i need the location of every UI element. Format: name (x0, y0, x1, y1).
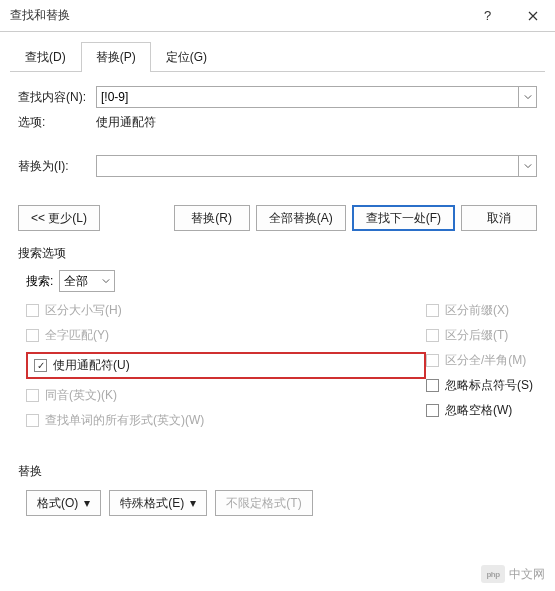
caret-down-icon: ▾ (190, 496, 196, 510)
find-input[interactable]: [!0-9] (96, 86, 537, 108)
no-format-button-label: 不限定格式(T) (226, 495, 301, 512)
replace-label: 替换为(I): (18, 158, 96, 175)
replace-one-button[interactable]: 替换(R) (174, 205, 250, 231)
special-format-button[interactable]: 特殊格式(E) ▾ (109, 490, 207, 516)
dialog-body: 查找内容(N): [!0-9] 选项: 使用通配符 替换为(I): << 更少(… (0, 72, 555, 526)
checkbox-box (426, 379, 439, 392)
checkbox-col-left: 区分大小写(H)全字匹配(Y)使用通配符(U)同音(英文)(K)查找单词的所有形… (26, 302, 426, 429)
find-label: 查找内容(N): (18, 89, 96, 106)
checkbox-label: 区分全/半角(M) (445, 352, 526, 369)
checkbox-case: 区分大小写(H) (26, 302, 426, 319)
highlight-box: 使用通配符(U) (26, 352, 426, 379)
caret-down-icon: ▾ (84, 496, 90, 510)
chevron-down-icon (524, 93, 532, 101)
find-options-value: 使用通配符 (96, 114, 156, 131)
tab-replace[interactable]: 替换(P) (81, 42, 151, 72)
checkbox-wildcard[interactable]: 使用通配符(U) (34, 357, 130, 374)
watermark-text: 中文网 (509, 566, 545, 583)
bottom-section: 替换 格式(O) ▾ 特殊格式(E) ▾ 不限定格式(T) (18, 463, 537, 516)
checkbox-prefix: 区分前缀(X) (426, 302, 533, 319)
checkbox-width: 区分全/半角(M) (426, 352, 533, 369)
checkbox-label: 同音(英文)(K) (45, 387, 117, 404)
replace-input[interactable] (96, 155, 537, 177)
window-title: 查找和替换 (10, 7, 465, 24)
find-options-label: 选项: (18, 114, 96, 131)
bottom-button-row: 格式(O) ▾ 特殊格式(E) ▾ 不限定格式(T) (26, 490, 537, 516)
checkbox-box (26, 389, 39, 402)
checkbox-label: 使用通配符(U) (53, 357, 130, 374)
checkbox-label: 忽略空格(W) (445, 402, 512, 419)
chevron-down-icon (524, 162, 532, 170)
checkbox-col-right: 区分前缀(X)区分后缀(T)区分全/半角(M)忽略标点符号(S)忽略空格(W) (426, 302, 533, 429)
search-scope-label: 搜索: (26, 273, 53, 290)
search-scope-value: 全部 (64, 273, 88, 290)
checkbox-label: 查找单词的所有形式(英文)(W) (45, 412, 204, 429)
find-row: 查找内容(N): [!0-9] (18, 86, 537, 108)
close-button[interactable] (510, 0, 555, 32)
checkbox-box (426, 329, 439, 342)
replace-all-button[interactable]: 全部替换(A) (256, 205, 346, 231)
checkbox-label: 区分大小写(H) (45, 302, 122, 319)
checkbox-punct[interactable]: 忽略标点符号(S) (426, 377, 533, 394)
checkbox-label: 忽略标点符号(S) (445, 377, 533, 394)
less-button[interactable]: << 更少(L) (18, 205, 100, 231)
checkbox-space[interactable]: 忽略空格(W) (426, 402, 533, 419)
checkbox-box (426, 354, 439, 367)
format-button[interactable]: 格式(O) ▾ (26, 490, 101, 516)
find-dropdown-button[interactable] (518, 87, 536, 107)
checkbox-label: 区分前缀(X) (445, 302, 509, 319)
checkbox-box (34, 359, 47, 372)
find-next-button[interactable]: 查找下一处(F) (352, 205, 455, 231)
checkbox-box (26, 329, 39, 342)
find-value: [!0-9] (101, 90, 532, 104)
replace-dropdown-button[interactable] (518, 156, 536, 176)
tab-goto[interactable]: 定位(G) (151, 42, 222, 72)
search-options-label: 搜索选项 (18, 245, 537, 262)
checkbox-box (26, 304, 39, 317)
checkbox-sounds: 同音(英文)(K) (26, 387, 426, 404)
close-icon (528, 11, 538, 21)
search-scope-select[interactable]: 全部 (59, 270, 115, 292)
checkbox-forms: 查找单词的所有形式(英文)(W) (26, 412, 426, 429)
checkbox-whole: 全字匹配(Y) (26, 327, 426, 344)
chevron-down-icon (102, 277, 110, 285)
find-options-row: 选项: 使用通配符 (18, 114, 537, 131)
checkbox-suffix: 区分后缀(T) (426, 327, 533, 344)
checkbox-label: 区分后缀(T) (445, 327, 508, 344)
bottom-section-label: 替换 (18, 463, 537, 480)
action-button-row: << 更少(L) 替换(R) 全部替换(A) 查找下一处(F) 取消 (18, 205, 537, 231)
format-button-label: 格式(O) (37, 495, 78, 512)
no-format-button: 不限定格式(T) (215, 490, 312, 516)
watermark-logo: php (481, 565, 505, 583)
checkbox-columns: 区分大小写(H)全字匹配(Y)使用通配符(U)同音(英文)(K)查找单词的所有形… (26, 302, 537, 429)
tab-bar: 查找(D) 替换(P) 定位(G) (10, 42, 545, 72)
replace-row: 替换为(I): (18, 155, 537, 177)
title-bar: 查找和替换 ? (0, 0, 555, 32)
cancel-button[interactable]: 取消 (461, 205, 537, 231)
checkbox-box (26, 414, 39, 427)
checkbox-label: 全字匹配(Y) (45, 327, 109, 344)
checkbox-box (426, 304, 439, 317)
special-format-button-label: 特殊格式(E) (120, 495, 184, 512)
search-scope-row: 搜索: 全部 (26, 270, 537, 292)
checkbox-box (426, 404, 439, 417)
watermark: php 中文网 (481, 565, 545, 583)
tab-find[interactable]: 查找(D) (10, 42, 81, 72)
help-button[interactable]: ? (465, 0, 510, 32)
